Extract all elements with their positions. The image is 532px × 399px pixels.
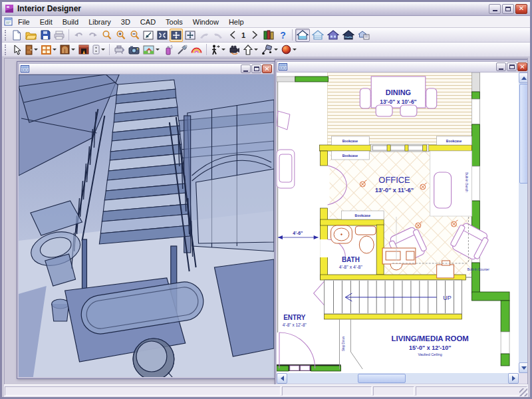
toolbar-grip[interactable]	[5, 30, 7, 41]
close-button[interactable]: ✕	[515, 4, 527, 14]
select-button[interactable]	[10, 43, 23, 57]
print-button[interactable]	[53, 29, 66, 42]
menu-library[interactable]: Library	[84, 17, 116, 27]
child-minimize-button[interactable]	[241, 65, 251, 73]
dropdown-arrow-icon[interactable]	[274, 49, 278, 51]
eyedropper-tool-button[interactable]	[176, 43, 189, 57]
fireplace-tool-button[interactable]	[77, 43, 90, 57]
cabinet-tool-button[interactable]	[59, 43, 76, 57]
horizontal-scroll-thumb[interactable]	[358, 374, 406, 383]
open-button[interactable]	[24, 29, 38, 42]
dropdown-arrow-icon[interactable]	[293, 49, 297, 51]
living-dims: 15'-0" x 12'-10"	[409, 344, 451, 351]
scroll-right-button[interactable]	[508, 373, 519, 384]
menu-window[interactable]: Window	[188, 17, 223, 27]
raise-camera-button[interactable]	[242, 43, 259, 57]
materials-view-button[interactable]	[356, 29, 371, 42]
menu-3d[interactable]: 3D	[116, 17, 135, 27]
terrain-view-button[interactable]	[341, 29, 356, 42]
minimize-button[interactable]	[489, 4, 501, 14]
dropdown-arrow-icon[interactable]	[221, 49, 225, 51]
walkthrough-tool-button[interactable]	[209, 43, 227, 57]
menu-edit[interactable]: Edit	[35, 17, 57, 27]
floor-plan-view[interactable]: Bookcase Bookcase Bookcase Bookcase	[277, 72, 528, 384]
window-tool-button[interactable]	[40, 43, 58, 57]
zoom-icon	[102, 30, 112, 40]
save-button[interactable]	[39, 29, 52, 42]
pan-button[interactable]	[184, 29, 197, 42]
dropdown-arrow-icon[interactable]	[156, 49, 160, 51]
previous-view-button[interactable]	[225, 29, 239, 42]
zoom-out-button[interactable]	[128, 29, 141, 42]
projector-tool-button[interactable]	[112, 43, 126, 57]
fill-window-active-button[interactable]	[170, 29, 183, 42]
rainbow-tool-button[interactable]	[190, 43, 203, 57]
child-minimize-button[interactable]	[496, 63, 506, 71]
open-folder-icon	[25, 31, 37, 40]
vertical-scrollbar[interactable]	[519, 72, 528, 373]
cabinet-icon	[60, 45, 70, 55]
menu-file[interactable]: File	[13, 17, 35, 27]
dropdown-arrow-icon[interactable]	[101, 49, 105, 51]
next-view-button[interactable]	[248, 29, 261, 42]
floor-plan-window[interactable]: ✕	[275, 59, 528, 386]
library-button[interactable]	[262, 29, 275, 42]
light-camera-button[interactable]	[260, 43, 279, 57]
undo-button[interactable]	[72, 29, 85, 42]
vertical-scroll-thumb[interactable]	[519, 84, 528, 184]
outlet-tool-button[interactable]	[91, 43, 106, 57]
redo-button[interactable]	[86, 29, 99, 42]
record-walkthrough-button[interactable]	[227, 43, 241, 57]
floor-plan-titlebar[interactable]: ✕	[277, 61, 528, 72]
dropdown-arrow-icon[interactable]	[53, 49, 57, 51]
help-button[interactable]: ?	[276, 29, 289, 42]
menu-help[interactable]: Help	[224, 17, 249, 27]
horizontal-scrollbar[interactable]	[277, 373, 519, 384]
new-button[interactable]	[10, 29, 23, 42]
fill-window-button[interactable]	[156, 29, 169, 42]
camera-tool-button[interactable]	[127, 43, 141, 57]
maximize-button[interactable]	[502, 4, 514, 14]
elevation-view-button[interactable]	[311, 29, 325, 42]
dropdown-arrow-icon[interactable]	[34, 49, 38, 51]
3d-view-titlebar[interactable]: ✕	[19, 63, 274, 74]
fill-window-icon	[157, 31, 168, 40]
rainbow-icon	[191, 46, 202, 53]
zoom-in-button[interactable]	[114, 29, 127, 42]
arrow-up-icon	[521, 76, 527, 80]
menu-build[interactable]: Build	[58, 17, 83, 27]
office-window-band	[370, 144, 429, 152]
material-sphere-button[interactable]	[280, 43, 298, 57]
bookcase-label: Bookcase	[342, 139, 358, 143]
child-close-button[interactable]: ✕	[262, 65, 272, 73]
titlebar[interactable]: Interior Designer ✕	[2, 2, 530, 16]
next-swoosh-button[interactable]	[211, 29, 225, 42]
child-close-button[interactable]: ✕	[517, 63, 527, 71]
previous-swoosh-button[interactable]	[198, 29, 211, 42]
menu-cad[interactable]: CAD	[136, 17, 160, 27]
resize-grip[interactable]	[519, 388, 527, 396]
zoom-window-button[interactable]	[142, 29, 155, 42]
scroll-up-button[interactable]	[519, 72, 528, 83]
zoom-button[interactable]	[100, 29, 113, 42]
3d-view-window[interactable]: ✕	[17, 61, 276, 379]
picture-tool-button[interactable]	[142, 43, 161, 57]
plan-view-button[interactable]	[295, 29, 310, 42]
3d-view-button[interactable]	[326, 29, 340, 42]
door-tool-button[interactable]	[24, 43, 39, 57]
dropdown-arrow-icon[interactable]	[71, 49, 75, 51]
spray-tool-button[interactable]	[162, 43, 175, 57]
child-maximize-button[interactable]	[507, 63, 517, 71]
redo-icon	[88, 31, 98, 39]
scroll-left-button[interactable]	[277, 373, 287, 384]
document-menu-icon[interactable]	[4, 17, 13, 26]
walkthrough-person-icon	[211, 45, 220, 55]
toolbar-grip[interactable]	[5, 45, 7, 55]
dropdown-arrow-icon[interactable]	[254, 49, 258, 51]
child-maximize-button[interactable]	[251, 65, 261, 73]
menu-tools[interactable]: Tools	[161, 17, 188, 27]
scroll-down-button[interactable]	[519, 362, 528, 373]
bath-label: BATH	[342, 256, 360, 263]
undo-icon	[74, 31, 84, 39]
3d-render-view[interactable]	[19, 74, 274, 377]
